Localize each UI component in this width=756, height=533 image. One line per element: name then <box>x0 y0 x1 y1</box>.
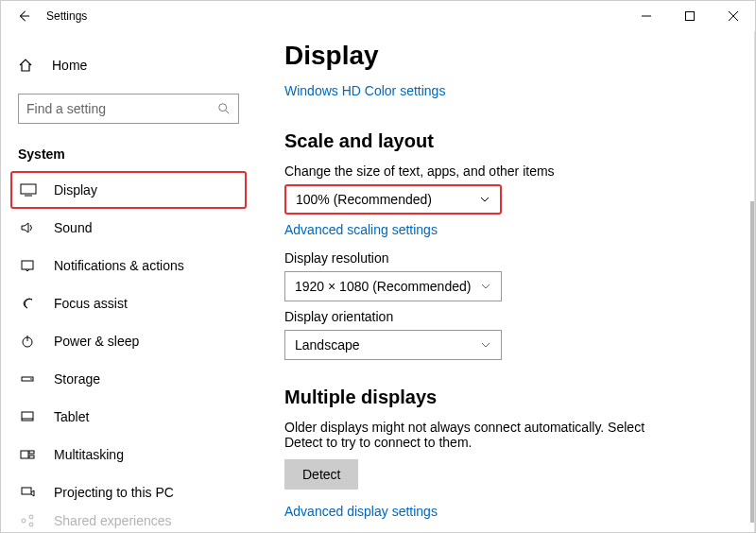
sidebar-item-display[interactable]: Display <box>10 171 247 209</box>
sidebar-item-label: Focus assist <box>54 296 128 311</box>
sidebar-item-tablet[interactable]: Tablet <box>18 398 239 436</box>
chevron-down-icon <box>480 339 491 351</box>
svg-line-5 <box>226 111 230 114</box>
svg-rect-16 <box>29 451 34 454</box>
page-title: Display <box>284 41 726 71</box>
sidebar-item-label: Notifications & actions <box>54 258 184 273</box>
svg-rect-8 <box>22 261 33 269</box>
svg-point-21 <box>29 523 33 526</box>
multi-display-desc: Older displays might not always connect … <box>284 420 681 450</box>
resolution-value: 1920 × 1080 (Recommended) <box>295 279 471 294</box>
nav-home[interactable]: Home <box>18 48 239 82</box>
sound-icon <box>20 220 43 235</box>
svg-rect-6 <box>21 184 36 194</box>
resolution-dropdown[interactable]: 1920 × 1080 (Recommended) <box>284 271 502 301</box>
sidebar-item-label: Display <box>54 182 97 198</box>
svg-point-19 <box>22 519 26 523</box>
minimize-button[interactable] <box>625 1 668 31</box>
orientation-value: Landscape <box>295 337 360 352</box>
orientation-label: Display orientation <box>284 309 726 324</box>
search-input[interactable]: Find a setting <box>18 94 239 124</box>
sidebar-item-label: Sound <box>54 220 92 235</box>
storage-icon <box>20 371 43 387</box>
home-icon <box>18 58 41 73</box>
sidebar-item-notifications[interactable]: Notifications & actions <box>18 247 239 284</box>
scale-value: 100% (Recommended) <box>296 192 432 207</box>
detect-button[interactable]: Detect <box>284 459 358 490</box>
svg-rect-13 <box>22 412 33 421</box>
advanced-display-link[interactable]: Advanced display settings <box>284 504 438 519</box>
content-area: Display Windows HD Color settings Scale … <box>256 31 755 532</box>
search-icon <box>217 102 231 115</box>
back-button[interactable] <box>10 9 37 23</box>
scale-label: Change the size of text, apps, and other… <box>284 163 726 179</box>
window-title: Settings <box>46 9 87 23</box>
svg-rect-18 <box>22 488 31 494</box>
scrollbar[interactable] <box>750 201 754 523</box>
resolution-label: Display resolution <box>284 250 726 266</box>
projecting-icon <box>20 485 43 500</box>
svg-rect-1 <box>686 12 695 21</box>
sidebar-item-storage[interactable]: Storage <box>18 360 239 398</box>
hd-color-link[interactable]: Windows HD Color settings <box>284 83 445 98</box>
sidebar-item-shared[interactable]: Shared experiences <box>18 511 239 530</box>
sidebar-item-label: Projecting to this PC <box>54 485 174 500</box>
sidebar-item-focus-assist[interactable]: Focus assist <box>18 284 239 322</box>
svg-point-12 <box>30 378 32 380</box>
svg-rect-17 <box>29 456 34 458</box>
sidebar-item-projecting[interactable]: Projecting to this PC <box>18 473 239 511</box>
sidebar-category: System <box>18 146 239 162</box>
focus-icon <box>20 296 43 311</box>
sidebar-item-label: Multitasking <box>54 447 124 462</box>
svg-rect-15 <box>21 451 28 458</box>
sidebar-item-label: Tablet <box>54 409 89 424</box>
sidebar-item-multitasking[interactable]: Multitasking <box>18 436 239 473</box>
shared-icon <box>20 513 43 528</box>
notification-icon <box>20 258 43 273</box>
scale-dropdown[interactable]: 100% (Recommended) <box>284 184 502 215</box>
search-placeholder: Find a setting <box>26 101 217 116</box>
chevron-down-icon <box>479 194 490 205</box>
tablet-icon <box>20 409 43 424</box>
orientation-dropdown[interactable]: Landscape <box>284 330 502 360</box>
advanced-scaling-link[interactable]: Advanced scaling settings <box>284 222 438 237</box>
chevron-down-icon <box>480 281 491 292</box>
power-icon <box>20 334 43 349</box>
close-button[interactable] <box>712 1 755 31</box>
multitasking-icon <box>20 447 43 462</box>
display-icon <box>20 182 43 198</box>
sidebar-item-label: Shared experiences <box>54 513 172 528</box>
sidebar-item-label: Power & sleep <box>54 334 139 349</box>
sidebar-item-sound[interactable]: Sound <box>18 209 239 247</box>
svg-point-20 <box>29 515 33 519</box>
sidebar-item-label: Storage <box>54 371 100 387</box>
maximize-button[interactable] <box>668 1 712 31</box>
svg-point-4 <box>219 104 227 112</box>
sidebar: Home Find a setting System Display Sound… <box>1 31 256 532</box>
section-multiple-displays: Multiple displays <box>284 387 726 408</box>
nav-home-label: Home <box>52 58 87 73</box>
section-scale-layout: Scale and layout <box>284 130 726 152</box>
sidebar-item-power[interactable]: Power & sleep <box>18 322 239 360</box>
